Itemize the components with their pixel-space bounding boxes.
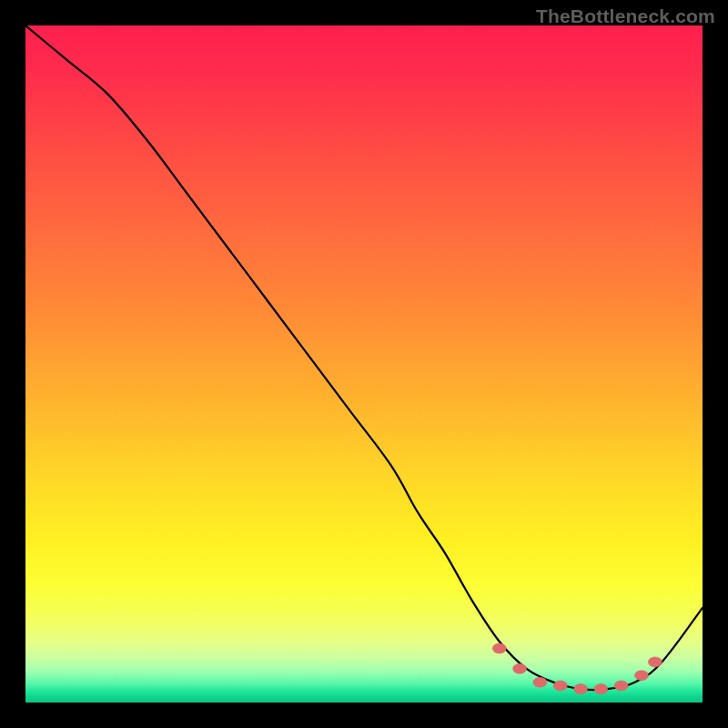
- watermark-text: TheBottleneck.com: [536, 5, 715, 27]
- highlight-dot: [614, 681, 628, 691]
- highlight-dot: [594, 684, 608, 694]
- plot-area: [25, 25, 703, 703]
- highlight-dot: [553, 681, 567, 691]
- bottleneck-curve: [25, 25, 703, 690]
- highlight-dot: [635, 671, 649, 681]
- highlight-dot: [492, 643, 506, 653]
- curve-layer: [25, 25, 703, 703]
- chart-stage: TheBottleneck.com: [0, 0, 728, 728]
- highlight-dots: [492, 643, 662, 694]
- highlight-dot: [574, 684, 588, 694]
- highlight-dot: [533, 677, 547, 687]
- highlight-dot: [648, 657, 662, 667]
- highlight-dot: [513, 663, 527, 673]
